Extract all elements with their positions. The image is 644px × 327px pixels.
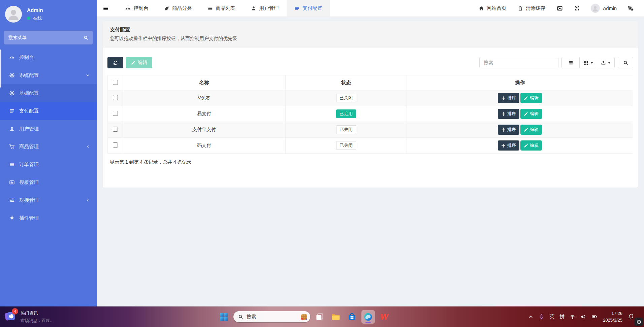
notification-bell-icon[interactable] [627,314,634,320]
search-icon[interactable] [84,35,88,40]
tab-payment-config[interactable]: 支付配置 [287,0,330,17]
tab-dashboard[interactable]: 控制台 [118,0,156,17]
user-icon [251,6,256,11]
sidebar-item-basic-config[interactable]: 基础配置 [0,84,97,102]
pencil-icon [131,61,135,65]
home-icon [479,6,484,11]
image-icon [557,5,563,11]
microsoft-store-icon [347,312,357,322]
sidebar-submenu-system: 基础配置 支付配置 [0,84,97,120]
microphone-icon[interactable] [539,314,544,320]
ime-language-indicator[interactable]: 英 [549,314,554,320]
clock[interactable]: 17:26 2025/3/25 [603,310,622,323]
table-toolbar: 编辑 [107,57,633,68]
sidebar-item-product-management[interactable]: 商品管理 [0,138,97,156]
sidebar-username: Admin [27,7,43,13]
settings-button[interactable] [622,0,639,17]
column-header-name: 名称 [123,75,286,90]
sidebar-item-integration-management[interactable]: 对接管理 [0,191,97,209]
clear-cache-link[interactable]: 清除缓存 [512,0,551,17]
row-checkbox[interactable] [113,95,118,100]
sidebar-item-order-management[interactable]: 订单管理 [0,156,97,173]
payment-name: V免签 [123,90,286,106]
ime-mode-indicator[interactable]: 拼 [559,314,565,320]
menu-search-input[interactable] [8,35,81,40]
sidebar-scrollbar[interactable] [0,50,1,88]
navbar-user-menu[interactable]: Admin [586,0,622,17]
edit-button[interactable]: 编辑 [520,109,542,119]
sidebar-item-system-config[interactable]: 系统配置 [0,66,97,84]
sort-button[interactable]: 排序 [498,140,519,151]
cart-icon [9,144,15,150]
columns-dropdown-button[interactable] [579,57,597,68]
top-navbar: 控制台 商品分类 商品列表 用户管理 支付配置 网站首页 清除缓存 [97,0,644,17]
status-badge: 已关闭 [336,141,356,150]
navbar-right: 网站首页 清除缓存 Admin [473,0,644,17]
payment-name: 支付宝支付 [123,122,286,138]
main-content: 支付配置 您可以拖动操作栏中的排序按钮，从而控制用户支付的优先级 编辑 [97,17,644,306]
screen-record-button[interactable] [635,318,643,326]
site-home-link[interactable]: 网站首页 [473,0,512,17]
user-silhouette-icon [6,7,21,21]
detail-view-button[interactable] [562,57,579,68]
fullscreen-button[interactable] [569,0,586,17]
widget-headline: 热门资讯 [21,310,54,316]
avatar [591,4,600,13]
sidebar-menu: 控制台 系统配置 基础配置 支付配置 用户管理 商品管理 [0,48,97,227]
navbar-username: Admin [603,6,617,11]
move-icon [501,112,506,116]
trash-icon [518,6,523,11]
edit-toolbar-button[interactable]: 编辑 [126,57,152,68]
open-tabs: 控制台 商品分类 商品列表 用户管理 支付配置 [118,0,330,17]
edge-browser-button[interactable] [361,310,375,324]
edit-button[interactable]: 编辑 [520,140,542,151]
sidebar-item-payment-config[interactable]: 支付配置 [0,102,97,120]
avatar[interactable] [5,6,22,23]
sort-button[interactable]: 排序 [498,93,519,103]
tray-chevron-up-icon[interactable] [528,314,534,320]
dashboard-icon [125,6,131,11]
row-checkbox[interactable] [113,127,118,132]
sidebar-item-template-management[interactable]: 模板管理 [0,173,97,191]
search-button[interactable] [618,57,633,68]
sort-button[interactable]: 排序 [498,109,519,119]
sidebar: Admin 在线 控制台 系统配置 基础配置 支付配置 [0,0,97,306]
record-summary: 显示第 1 到第 4 条记录，总共 4 条记录 [110,159,631,165]
file-explorer-button[interactable] [329,310,343,324]
wifi-icon[interactable] [570,314,575,320]
widgets-button[interactable]: 4 热门资讯 市场消息：百度... [4,309,54,324]
row-checkbox[interactable] [113,142,118,148]
sidebar-item-dashboard[interactable]: 控制台 [0,48,97,66]
volume-icon[interactable] [580,314,586,320]
select-all-checkbox[interactable] [113,80,118,85]
battery-icon[interactable] [591,314,598,320]
tab-product-list[interactable]: 商品列表 [200,0,243,17]
tab-product-category[interactable]: 商品分类 [156,0,200,17]
tab-user-management[interactable]: 用户管理 [243,0,287,17]
refresh-button[interactable] [107,57,123,68]
list-ul-icon [207,6,213,11]
menu-toggle-button[interactable] [97,0,115,17]
pencil-icon [524,96,528,100]
row-checkbox[interactable] [113,111,118,116]
file-explorer-icon [331,312,341,322]
payment-name: 码支付 [123,138,286,154]
edit-button[interactable]: 编辑 [520,93,542,103]
sidebar-item-plugin-management[interactable]: 插件管理 [0,209,97,227]
sidebar-item-user-management[interactable]: 用户管理 [0,120,97,138]
task-view-button[interactable] [313,310,326,324]
table-search-input[interactable] [479,57,558,68]
sort-button[interactable]: 排序 [498,125,519,135]
start-button[interactable] [217,310,231,324]
table-row: 码支付 已关闭 排序编辑 [108,138,633,154]
payment-name: 易支付 [123,106,286,122]
export-dropdown-button[interactable] [597,57,614,68]
wps-button[interactable]: W [378,310,391,324]
taskbar-search[interactable]: 搜索 [233,311,310,322]
image-capture-button[interactable] [551,0,569,17]
microsoft-store-button[interactable] [345,310,359,324]
hamburger-icon [103,5,109,11]
user-silhouette-icon [591,5,599,12]
th-list-icon [568,60,573,65]
edit-button[interactable]: 编辑 [520,125,542,135]
